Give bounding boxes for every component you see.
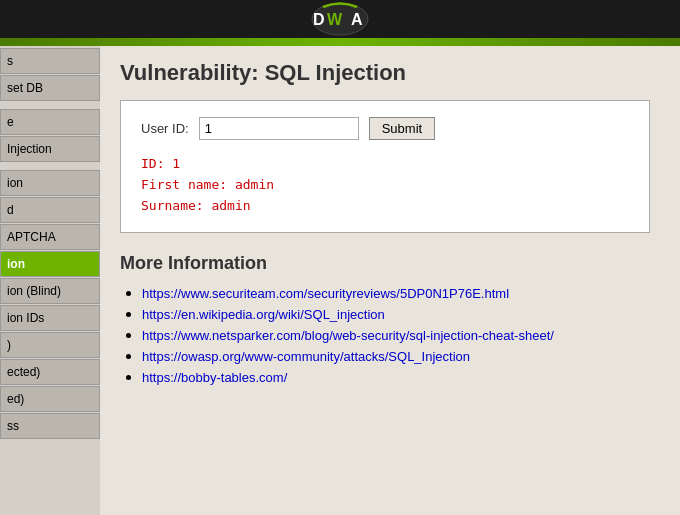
user-id-label: User ID: — [141, 121, 189, 136]
user-id-input[interactable] — [199, 117, 359, 140]
sidebar-item-xss-reflected[interactable]: ion — [0, 251, 100, 277]
sidebar-item-file-inclusion[interactable]: ion — [0, 170, 100, 196]
content-area: Vulnerability: SQL Injection User ID: Su… — [100, 46, 680, 515]
svg-text:W: W — [327, 11, 343, 28]
list-item: https://www.securiteam.com/securityrevie… — [142, 284, 660, 302]
result-first-name-line: First name: admin — [141, 175, 629, 196]
form-box: User ID: Submit ID: 1 First name: admin … — [120, 100, 650, 233]
sidebar-item-session-ids[interactable]: ion IDs — [0, 305, 100, 331]
sidebar-spacer-2 — [0, 163, 100, 169]
svg-text:A: A — [351, 11, 363, 28]
list-item: https://en.wikipedia.org/wiki/SQL_inject… — [142, 305, 660, 323]
sidebar-spacer-1 — [0, 102, 100, 108]
sidebar-item-xss-dom[interactable]: ion (Blind) — [0, 278, 100, 304]
sidebar-item-sql-injection[interactable]: Injection — [0, 136, 100, 162]
link-owasp[interactable]: https://owasp.org/www-community/attacks/… — [142, 349, 470, 364]
dvwa-logo: D W A — [305, 2, 375, 36]
sidebar-item-weak-session[interactable]: ) — [0, 332, 100, 358]
sidebar-item-reset-db[interactable]: set DB — [0, 75, 100, 101]
link-securiteam[interactable]: https://www.securiteam.com/securityrevie… — [142, 286, 509, 301]
more-info-title: More Information — [120, 253, 660, 274]
sidebar-item-csp[interactable]: ss — [0, 413, 100, 439]
result-id-line: ID: 1 — [141, 154, 629, 175]
sidebar-item-open-redirect[interactable]: ed) — [0, 386, 100, 412]
form-row: User ID: Submit — [141, 117, 629, 140]
sidebar-item-captcha[interactable]: APTCHA — [0, 224, 100, 250]
sidebar-item-file-upload[interactable]: d — [0, 197, 100, 223]
list-item: https://owasp.org/www-community/attacks/… — [142, 347, 660, 365]
page-title: Vulnerability: SQL Injection — [120, 60, 660, 86]
links-list: https://www.securiteam.com/securityrevie… — [120, 284, 660, 386]
link-netsparker[interactable]: https://www.netsparker.com/blog/web-secu… — [142, 328, 554, 343]
sidebar-item-csrf[interactable]: e — [0, 109, 100, 135]
result-output: ID: 1 First name: admin Surname: admin — [141, 154, 629, 216]
main-layout: s set DB e Injection ion d APTCHA ion io… — [0, 46, 680, 515]
result-surname-line: Surname: admin — [141, 196, 629, 217]
green-stripe — [0, 38, 680, 46]
more-info-section: More Information https://www.securiteam.… — [120, 253, 660, 386]
link-bobby-tables[interactable]: https://bobby-tables.com/ — [142, 370, 287, 385]
sidebar-item-javascript[interactable]: ected) — [0, 359, 100, 385]
link-wikipedia[interactable]: https://en.wikipedia.org/wiki/SQL_inject… — [142, 307, 385, 322]
list-item: https://bobby-tables.com/ — [142, 368, 660, 386]
sidebar: s set DB e Injection ion d APTCHA ion io… — [0, 46, 100, 515]
svg-text:D: D — [313, 11, 325, 28]
submit-button[interactable]: Submit — [369, 117, 435, 140]
sidebar-item-brute-force[interactable]: s — [0, 48, 100, 74]
list-item: https://www.netsparker.com/blog/web-secu… — [142, 326, 660, 344]
top-bar: D W A — [0, 0, 680, 38]
